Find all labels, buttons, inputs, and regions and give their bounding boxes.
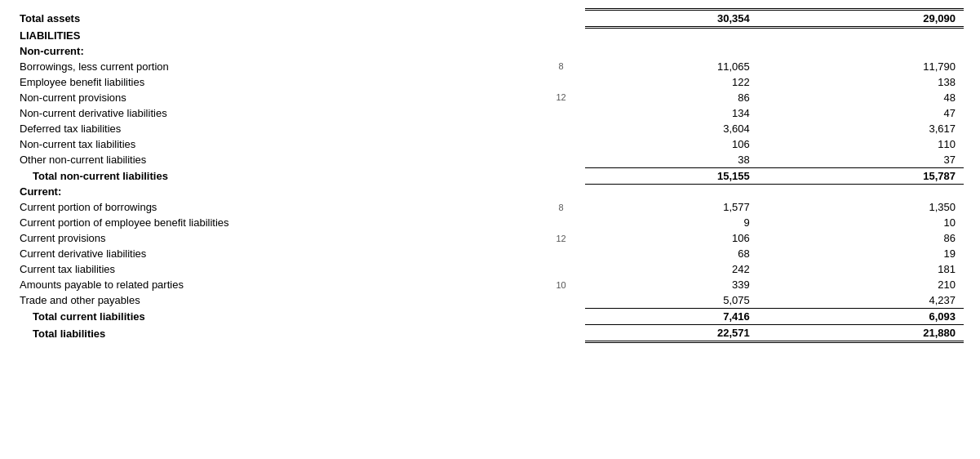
table-row: Current provisions1210686 bbox=[16, 230, 964, 246]
table-row: Total assets30,35429,090 bbox=[16, 10, 964, 28]
table-row: Non-current: bbox=[16, 43, 964, 59]
row-note bbox=[538, 184, 585, 199]
row-label: Employee benefit liabilities bbox=[16, 74, 538, 90]
row-value1: 9 bbox=[585, 215, 774, 230]
row-note bbox=[538, 28, 585, 43]
row-note bbox=[538, 325, 585, 342]
row-value2 bbox=[774, 184, 964, 199]
row-note bbox=[538, 261, 585, 277]
row-label: Total non-current liabilities bbox=[16, 167, 538, 184]
table-row: Non-current tax liabilities106110 bbox=[16, 136, 964, 152]
row-label: Current derivative liabilities bbox=[16, 246, 538, 261]
row-label: Total assets bbox=[16, 10, 538, 28]
row-note: 10 bbox=[538, 277, 585, 292]
row-value2: 181 bbox=[774, 261, 964, 277]
row-note bbox=[538, 215, 585, 230]
row-value1: 86 bbox=[585, 90, 774, 105]
row-label: Other non-current liabilities bbox=[16, 152, 538, 168]
row-value2: 1,350 bbox=[774, 199, 964, 215]
row-label: Current portion of employee benefit liab… bbox=[16, 215, 538, 230]
row-value2: 37 bbox=[774, 152, 964, 168]
row-value2: 47 bbox=[774, 105, 964, 121]
row-note bbox=[538, 10, 585, 28]
table-row: Current tax liabilities242181 bbox=[16, 261, 964, 277]
row-label: Non-current provisions bbox=[16, 90, 538, 105]
row-note bbox=[538, 309, 585, 325]
table-row: LIABILITIES bbox=[16, 28, 964, 43]
table-row: Current portion of borrowings81,5771,350 bbox=[16, 199, 964, 215]
row-value1: 1,577 bbox=[585, 199, 774, 215]
row-label: Trade and other payables bbox=[16, 292, 538, 309]
row-value2: 6,093 bbox=[774, 309, 964, 325]
financial-table: Total assets30,35429,090LIABILITIESNon-c… bbox=[16, 8, 964, 343]
row-label: Total liabilities bbox=[16, 325, 538, 342]
row-value2: 4,237 bbox=[774, 292, 964, 309]
table-row: Current portion of employee benefit liab… bbox=[16, 215, 964, 230]
row-note bbox=[538, 121, 585, 136]
row-note bbox=[538, 136, 585, 152]
row-value1: 106 bbox=[585, 136, 774, 152]
table-row: Non-current derivative liabilities13447 bbox=[16, 105, 964, 121]
row-note: 8 bbox=[538, 199, 585, 215]
row-note bbox=[538, 43, 585, 59]
row-note bbox=[538, 292, 585, 309]
row-note: 12 bbox=[538, 90, 585, 105]
row-label: Current provisions bbox=[16, 230, 538, 246]
table-row: Current: bbox=[16, 184, 964, 199]
row-value2: 29,090 bbox=[774, 10, 964, 28]
row-label: Current: bbox=[16, 184, 538, 199]
row-value1: 15,155 bbox=[585, 167, 774, 184]
row-note bbox=[538, 246, 585, 261]
row-label: Non-current derivative liabilities bbox=[16, 105, 538, 121]
row-note: 8 bbox=[538, 59, 585, 74]
row-label: Borrowings, less current portion bbox=[16, 59, 538, 74]
row-note bbox=[538, 74, 585, 90]
table-row: Non-current provisions128648 bbox=[16, 90, 964, 105]
row-value1: 5,075 bbox=[585, 292, 774, 309]
row-value1: 106 bbox=[585, 230, 774, 246]
table-row: Deferred tax liabilities3,6043,617 bbox=[16, 121, 964, 136]
row-value1: 11,065 bbox=[585, 59, 774, 74]
table-row: Total current liabilities7,4166,093 bbox=[16, 309, 964, 325]
row-value1 bbox=[585, 184, 774, 199]
row-value2: 21,880 bbox=[774, 325, 964, 342]
row-note: 12 bbox=[538, 230, 585, 246]
row-label: Total current liabilities bbox=[16, 309, 538, 325]
row-label: Non-current: bbox=[16, 43, 538, 59]
row-label: Deferred tax liabilities bbox=[16, 121, 538, 136]
row-value1: 3,604 bbox=[585, 121, 774, 136]
table-row: Trade and other payables5,0754,237 bbox=[16, 292, 964, 309]
row-value2: 3,617 bbox=[774, 121, 964, 136]
row-value1: 122 bbox=[585, 74, 774, 90]
row-value2 bbox=[774, 43, 964, 59]
row-value2 bbox=[774, 28, 964, 43]
row-value2: 86 bbox=[774, 230, 964, 246]
row-value1: 242 bbox=[585, 261, 774, 277]
table-row: Total liabilities22,57121,880 bbox=[16, 325, 964, 342]
row-value1: 22,571 bbox=[585, 325, 774, 342]
row-value2: 15,787 bbox=[774, 167, 964, 184]
row-value2: 210 bbox=[774, 277, 964, 292]
row-value2: 48 bbox=[774, 90, 964, 105]
row-value1 bbox=[585, 43, 774, 59]
table-row: Total non-current liabilities15,15515,78… bbox=[16, 167, 964, 184]
row-value1: 30,354 bbox=[585, 10, 774, 28]
row-label: LIABILITIES bbox=[16, 28, 538, 43]
row-value2: 10 bbox=[774, 215, 964, 230]
row-value2: 138 bbox=[774, 74, 964, 90]
row-value2: 110 bbox=[774, 136, 964, 152]
table-row: Other non-current liabilities3837 bbox=[16, 152, 964, 168]
row-note bbox=[538, 105, 585, 121]
table-row: Amounts payable to related parties103392… bbox=[16, 277, 964, 292]
row-label: Current tax liabilities bbox=[16, 261, 538, 277]
row-label: Non-current tax liabilities bbox=[16, 136, 538, 152]
row-label: Current portion of borrowings bbox=[16, 199, 538, 215]
row-value2: 19 bbox=[774, 246, 964, 261]
row-value1 bbox=[585, 28, 774, 43]
table-row: Employee benefit liabilities122138 bbox=[16, 74, 964, 90]
row-value1: 68 bbox=[585, 246, 774, 261]
row-value1: 339 bbox=[585, 277, 774, 292]
row-note bbox=[538, 152, 585, 168]
row-value1: 38 bbox=[585, 152, 774, 168]
row-value1: 7,416 bbox=[585, 309, 774, 325]
